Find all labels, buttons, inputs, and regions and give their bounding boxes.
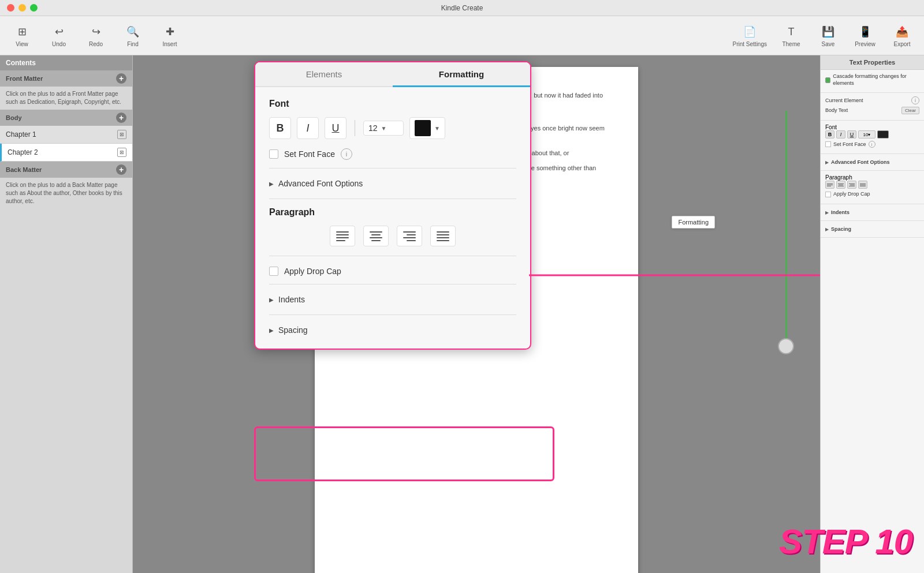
rp-align-center-btn[interactable]: [836, 181, 845, 189]
toolbar-find[interactable]: 🔍 Find: [120, 24, 146, 47]
insert-icon: ✚: [162, 24, 178, 40]
align-right-button[interactable]: [397, 226, 422, 246]
rp-color-swatch[interactable]: [877, 130, 889, 138]
find-icon: 🔍: [125, 24, 141, 40]
panel-divider-4: [269, 284, 516, 284]
paragraph-section-title: Paragraph: [269, 207, 516, 218]
spacing-row[interactable]: ▶ Spacing: [269, 323, 516, 337]
panel-tabs: Elements Formatting: [255, 62, 530, 87]
toolbar-right: 📄 Print Settings T Theme 💾 Save 📱 Previe…: [733, 24, 915, 47]
titlebar: Kindle Create: [0, 0, 924, 16]
view-label: View: [16, 41, 28, 47]
close-button[interactable]: [7, 4, 14, 12]
indents-triangle-icon: ▶: [269, 297, 274, 303]
green-vertical-line: [785, 111, 787, 347]
italic-button[interactable]: I: [297, 117, 319, 139]
font-face-row: Set Font Face i: [269, 148, 516, 160]
toolbar-export[interactable]: 📤 Export: [889, 24, 915, 47]
rp-indents-label: Indents: [831, 209, 850, 215]
rp-paragraph-section: Paragraph: [821, 171, 924, 204]
right-panel-header: Text Properties: [821, 55, 924, 70]
align-center-button[interactable]: [363, 226, 389, 246]
align-center-icon: [370, 231, 382, 241]
body-label: Body: [6, 114, 22, 121]
rp-italic-button[interactable]: I: [836, 130, 845, 138]
toolbar-view[interactable]: ⊞ View: [9, 24, 35, 47]
formatting-label-text: Formatting: [678, 219, 709, 226]
redo-icon: ↪: [88, 24, 104, 40]
spacing-triangle-icon: ▶: [269, 327, 274, 334]
toolbar-theme[interactable]: T Theme: [778, 24, 804, 47]
underline-button[interactable]: U: [325, 117, 346, 139]
align-justify-icon: [437, 231, 449, 241]
rp-align-left-btn[interactable]: [825, 181, 834, 189]
indents-label: Indents: [278, 295, 305, 304]
toolbar-undo[interactable]: ↩ Undo: [46, 24, 72, 47]
chapter-2-icon: ⊠: [117, 148, 126, 157]
rp-advanced-font: ▶ Advanced Font Options: [821, 154, 924, 171]
back-matter-label: Back Matter: [6, 166, 42, 173]
rp-spacing-collapsible[interactable]: ▶ Spacing: [825, 224, 919, 234]
rp-advanced-font-collapsible[interactable]: ▶ Advanced Font Options: [825, 158, 919, 167]
rp-drop-cap-checkbox[interactable]: [825, 192, 831, 197]
font-face-checkbox[interactable]: [269, 149, 278, 159]
toolbar-print-settings[interactable]: 📄 Print Settings: [733, 24, 767, 47]
tab-elements[interactable]: Elements: [255, 62, 393, 86]
current-element-info-icon[interactable]: i: [911, 96, 919, 104]
chapter-2-label: Chapter 2: [8, 148, 38, 156]
apply-drop-cap-label: Apply Drop Cap: [284, 267, 341, 276]
toolbar: ⊞ View ↩ Undo ↪ Redo 🔍 Find ✚ Insert 📄 P…: [0, 16, 924, 55]
green-dot: [778, 338, 794, 354]
main-area: Contents Front Matter + Click on the plu…: [0, 55, 924, 573]
bold-button[interactable]: B: [269, 117, 291, 139]
rp-align-justify-btn[interactable]: [858, 181, 867, 189]
rp-font-label: Font: [825, 124, 919, 130]
rp-spacing-triangle-icon: ▶: [825, 227, 829, 232]
rp-set-font-checkbox[interactable]: [825, 141, 831, 147]
cascade-label: Cascade formatting changes for elements: [833, 73, 919, 87]
toolbar-redo[interactable]: ↪ Redo: [83, 24, 109, 47]
clear-button[interactable]: Clear: [901, 107, 919, 114]
toolbar-save[interactable]: 💾 Save: [815, 24, 841, 47]
font-section-title: Font: [269, 99, 516, 109]
rp-indents-collapsible[interactable]: ▶ Indents: [825, 208, 919, 217]
panel-body: Font B I U 12 ▼ ▼: [255, 87, 530, 349]
sidebar-header: Contents: [0, 55, 132, 70]
align-justify-button[interactable]: [430, 226, 456, 246]
app-title: Kindle Create: [441, 4, 483, 12]
indents-row[interactable]: ▶ Indents: [269, 293, 516, 306]
sidebar-chapter-2[interactable]: Chapter 2 ⊠: [0, 144, 132, 162]
align-left-button[interactable]: [330, 226, 355, 246]
maximize-button[interactable]: [30, 4, 38, 12]
rp-font-size-dropdown[interactable]: 10▾: [858, 130, 875, 138]
rp-advanced-label: Advanced Font Options: [831, 159, 890, 165]
undo-label: Undo: [52, 41, 66, 47]
formatting-panel: Elements Formatting Font B I U 12 ▼: [254, 61, 531, 350]
panel-divider-3: [269, 256, 516, 256]
font-size-selector[interactable]: 12 ▼: [363, 121, 404, 136]
apply-drop-cap-checkbox[interactable]: [269, 267, 278, 276]
body-add-btn[interactable]: +: [116, 113, 126, 123]
sidebar-chapter-1[interactable]: Chapter 1 ⊠: [0, 126, 132, 144]
document-area: I nce a brilliant light flooded her mind…: [133, 55, 820, 573]
rp-indents-triangle-icon: ▶: [825, 210, 829, 215]
export-icon: 📤: [894, 24, 910, 40]
cascade-checkbox[interactable]: [825, 77, 830, 83]
advanced-font-options[interactable]: ▶ Advanced Font Options: [269, 177, 516, 190]
rp-align-right-btn[interactable]: [847, 181, 856, 189]
current-element-section: Current Element i Body Text Clear: [821, 93, 924, 121]
align-right-icon: [403, 231, 416, 241]
font-color-selector[interactable]: ▼: [409, 117, 445, 139]
tab-formatting[interactable]: Formatting: [393, 62, 530, 86]
minimize-button[interactable]: [18, 4, 26, 12]
rp-underline-button[interactable]: U: [847, 130, 856, 138]
advanced-font-label: Advanced Font Options: [278, 179, 363, 188]
toolbar-insert[interactable]: ✚ Insert: [157, 24, 182, 47]
body-header: Body +: [0, 110, 132, 126]
font-face-info-icon[interactable]: i: [341, 148, 352, 160]
rp-bold-button[interactable]: B: [825, 130, 834, 138]
front-matter-add-btn[interactable]: +: [116, 73, 126, 84]
toolbar-preview[interactable]: 📱 Preview: [852, 24, 878, 47]
back-matter-add-btn[interactable]: +: [116, 164, 126, 175]
rp-font-info-icon[interactable]: i: [869, 141, 875, 148]
